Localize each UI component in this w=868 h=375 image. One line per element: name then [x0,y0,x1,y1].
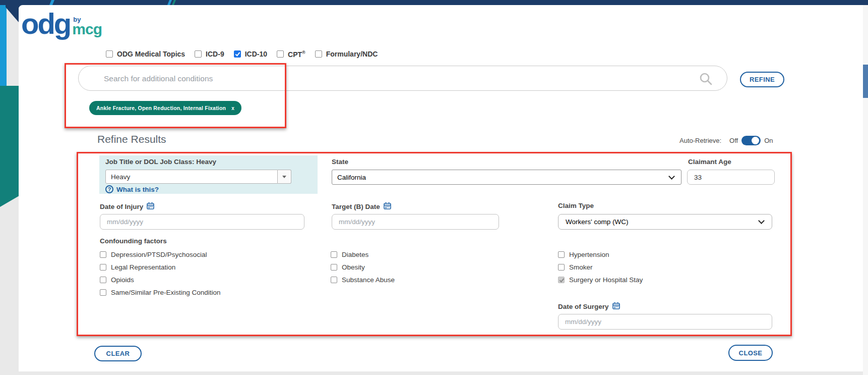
scope-formulary-ndc[interactable]: Formulary/NDC [315,50,378,58]
hypertension-checkbox[interactable] [558,251,565,258]
scrollbar-thumb[interactable] [863,65,868,98]
state-label: State [332,158,348,166]
checkbox-hypertension[interactable]: Hypertension [558,251,609,258]
chevron-down-icon [758,218,765,224]
search-icon[interactable] [699,72,713,88]
toggle-knob [752,137,759,144]
surgery-hospital-stay-checkbox [558,277,565,283]
job-title-dropdown-button[interactable] [278,170,291,184]
auto-retrieve-off-label: Off [729,137,738,144]
question-circle-icon: ? [105,185,113,193]
auto-retrieve-label: Auto-Retrieve: [679,137,721,144]
date-of-surgery-input[interactable] [558,314,772,330]
icd10-checkbox[interactable] [234,50,241,58]
condition-chip-label: Ankle Fracture, Open Reduction, Internal… [96,105,226,111]
scope-label: CPT® [288,50,305,59]
job-title-input[interactable]: Heavy [105,170,278,184]
search-bar [78,66,727,91]
scope-label: Formulary/NDC [326,50,378,58]
checkbox-diabetes[interactable]: Diabetes [331,251,368,258]
logo-mcg-text: mcg [72,22,102,37]
refine-results-title: Refine Results [97,133,166,145]
left-stripe-blue [0,5,7,86]
claim-type-select-value: Workers' comp (WC) [566,218,629,226]
odg-mcg-logo: odg by mcg [21,9,102,38]
scrollbar-track[interactable] [863,5,868,375]
scope-label: ODG Medical Topics [117,50,185,58]
scope-icd10[interactable]: ICD-10 [234,50,267,58]
target-date-input[interactable] [332,214,499,230]
scope-icd9[interactable]: ICD-9 [195,50,224,58]
checkbox-same-similar-preexisting[interactable]: Same/Similar Pre-Existing Condition [100,289,221,296]
calendar-icon[interactable] [147,202,154,211]
state-select-value: California [337,174,366,181]
confounding-factors-label: Confounding factors [100,237,167,245]
checkbox-opioids[interactable]: Opioids [100,276,134,284]
scope-label: ICD-10 [245,50,267,58]
legal-representation-checkbox[interactable] [100,264,106,271]
checkbox-smoker[interactable]: Smoker [558,263,593,271]
same-similar-preexisting-checkbox[interactable] [100,289,106,296]
checkbox-obesity[interactable]: Obesity [331,263,365,271]
odg-medical-topics-checkbox[interactable] [106,50,113,58]
auto-retrieve-control: Auto-Retrieve: Off On [679,136,773,145]
icd9-checkbox[interactable] [195,50,202,58]
depression-checkbox[interactable] [100,251,106,258]
left-stripe-teal [0,86,19,207]
job-title-combobox: Heavy [105,170,291,184]
substance-abuse-checkbox[interactable] [331,277,337,283]
claimant-age-input[interactable] [687,170,775,185]
job-title-label: Job Title or DOL Job Class: Heavy [105,158,216,166]
chevron-down-icon [668,173,675,180]
what-is-this-text: What is this? [116,186,159,193]
scope-cpt[interactable]: CPT® [277,50,305,59]
target-date-label: Target (B) Date [332,202,391,211]
what-is-this-link[interactable]: ? What is this? [105,185,159,193]
chip-remove-icon[interactable]: x [231,105,234,111]
chevron-down-icon [282,176,286,178]
cpt-checkbox[interactable] [277,50,284,58]
checkbox-surgery-hospital-stay: Surgery or Hospital Stay [558,276,643,284]
checkbox-legal-representation[interactable]: Legal Representation [100,263,175,271]
checkbox-depression[interactable]: Depression/PTSD/Psychosocial [100,251,207,258]
refine-button[interactable]: REFINE [740,72,784,87]
checkbox-substance-abuse[interactable]: Substance Abuse [331,276,395,284]
clear-button[interactable]: CLEAR [94,346,142,361]
date-of-surgery-label: Date of Surgery [558,302,620,311]
claim-type-label: Claim Type [558,202,594,209]
scope-label: ICD-9 [206,50,224,58]
search-input[interactable] [103,67,700,91]
search-scope-row: ODG Medical Topics ICD-9 ICD-10 CPT® For… [106,50,378,59]
opioids-checkbox[interactable] [100,277,106,283]
auto-retrieve-on-label: On [764,137,773,144]
scope-odg-medical-topics[interactable]: ODG Medical Topics [106,50,185,58]
calendar-icon[interactable] [612,302,620,311]
corner-wedge [6,5,19,22]
obesity-checkbox[interactable] [331,264,337,271]
state-select[interactable]: California [332,170,681,185]
page: odg by mcg ODG Medical Topics ICD-9 ICD-… [0,0,868,375]
registered-mark: ® [302,50,305,55]
close-button[interactable]: CLOSE [728,345,773,361]
date-of-injury-input[interactable] [100,214,304,230]
diabetes-checkbox[interactable] [331,251,337,258]
auto-retrieve-toggle[interactable] [741,136,761,145]
top-navy-bar [0,0,868,5]
calendar-icon[interactable] [384,202,391,211]
smoker-checkbox[interactable] [558,264,565,271]
claimant-age-label: Claimant Age [688,158,731,166]
claim-type-select[interactable]: Workers' comp (WC) [558,214,772,230]
logo-odg-text: odg [21,9,70,38]
condition-chip[interactable]: Ankle Fracture, Open Reduction, Internal… [89,101,241,115]
date-of-injury-label: Date of Injury [100,202,154,211]
formulary-ndc-checkbox[interactable] [315,50,322,58]
